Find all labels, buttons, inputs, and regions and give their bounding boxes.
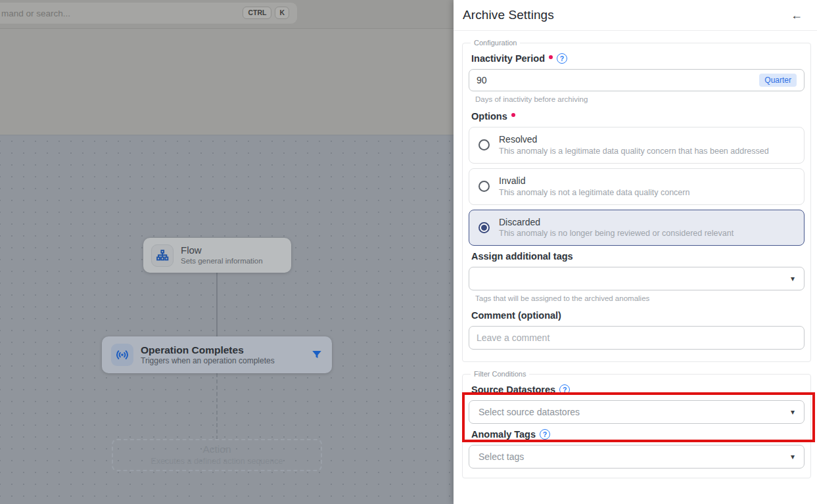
source-datastores-label-text: Source Datastores xyxy=(471,384,555,395)
option-desc: This anomaly is not a legitimate data qu… xyxy=(499,187,689,198)
radio-unselected-icon[interactable] xyxy=(479,181,490,192)
search-placeholder: mand or search... xyxy=(1,9,70,18)
options-label: Options xyxy=(471,111,805,122)
inactivity-period-helper: Days of inactivity before archiving xyxy=(475,95,805,103)
help-icon[interactable]: ? xyxy=(540,429,550,440)
caret-down-icon: ▾ xyxy=(791,408,795,416)
options-label-text: Options xyxy=(471,111,507,122)
radio-selected-icon[interactable] xyxy=(479,222,490,233)
action-node-subtitle: Executes a defined action sequence xyxy=(151,456,283,467)
operation-completes-node[interactable]: Operation Completes Triggers when an ope… xyxy=(102,336,332,373)
option-invalid[interactable]: Invalid This anomaly is not a legitimate… xyxy=(469,168,805,205)
option-resolved[interactable]: Resolved This anomaly is a legitimate da… xyxy=(469,127,805,164)
radio-unselected-icon[interactable] xyxy=(479,139,490,150)
inactivity-period-input[interactable]: 90 Quarter xyxy=(469,69,805,91)
panel-header: Archive Settings ← xyxy=(454,0,817,31)
source-datastores-select[interactable]: Select source datastores ▾ xyxy=(469,400,805,424)
configuration-section: Configuration Inactivity Period ? 90 Qua… xyxy=(462,39,811,362)
anomaly-tags-select[interactable]: Select tags ▾ xyxy=(469,445,805,469)
configuration-legend: Configuration xyxy=(471,39,520,47)
archive-settings-panel: Archive Settings ← Configuration Inactiv… xyxy=(454,0,817,504)
filter-conditions-section: Filter Conditions Source Datastores ? Se… xyxy=(462,370,811,478)
inactivity-period-value: 90 xyxy=(477,75,487,85)
action-placeholder-node[interactable]: Action Executes a defined action sequenc… xyxy=(112,439,322,471)
assign-tags-label-text: Assign additional tags xyxy=(471,251,573,262)
keyboard-shortcut-hint: CTRL K xyxy=(243,7,289,19)
top-command-bar: mand or search... CTRL K xyxy=(0,0,454,29)
quarter-badge[interactable]: Quarter xyxy=(759,74,797,87)
comment-label-text: Comment (optional) xyxy=(471,310,561,321)
comment-placeholder: Leave a comment xyxy=(477,332,549,343)
source-datastores-label: Source Datastores ? xyxy=(471,384,805,395)
panel-title: Archive Settings xyxy=(463,8,554,22)
operation-node-subtitle: Triggers when an operation completes xyxy=(141,356,275,367)
assign-tags-select[interactable]: ▾ xyxy=(469,267,805,290)
connector-flow-to-trigger xyxy=(216,273,218,337)
option-title: Invalid xyxy=(499,175,689,187)
inactivity-period-label-text: Inactivity Period xyxy=(471,53,545,64)
assign-tags-label: Assign additional tags xyxy=(471,251,805,262)
anomaly-tags-label: Anomaly Tags ? xyxy=(471,429,805,440)
operation-node-text: Operation Completes Triggers when an ope… xyxy=(141,344,275,367)
option-title: Discarded xyxy=(499,216,734,229)
option-desc: This anomaly is a legitimate data qualit… xyxy=(499,146,769,157)
option-discarded[interactable]: Discarded This anomaly is no longer bein… xyxy=(469,210,805,246)
command-search-input[interactable]: mand or search... CTRL K xyxy=(0,3,297,24)
ctrl-key-badge: CTRL xyxy=(243,7,271,19)
help-icon[interactable]: ? xyxy=(557,53,567,64)
inactivity-period-label: Inactivity Period ? xyxy=(471,53,805,64)
back-arrow-icon[interactable]: ← xyxy=(791,9,803,21)
operation-node-title: Operation Completes xyxy=(141,344,275,356)
caret-down-icon: ▾ xyxy=(791,275,795,283)
option-resolved-text: Resolved This anomaly is a legitimate da… xyxy=(499,133,769,157)
option-discarded-text: Discarded This anomaly is no longer bein… xyxy=(499,216,734,240)
option-invalid-text: Invalid This anomaly is not a legitimate… xyxy=(499,175,689,198)
flow-node-title: Flow xyxy=(181,244,263,257)
option-desc: This anomaly is no longer being reviewed… xyxy=(499,228,734,239)
anomaly-tags-placeholder: Select tags xyxy=(479,451,524,462)
assign-tags-helper: Tags that will be assigned to the archiv… xyxy=(475,294,805,302)
flow-node-text: Flow Sets general information xyxy=(181,244,263,267)
app-window: mand or search... CTRL K xyxy=(0,0,817,504)
flow-designer-workspace: mand or search... CTRL K xyxy=(0,0,454,504)
option-title: Resolved xyxy=(499,133,769,146)
filter-funnel-icon[interactable] xyxy=(311,349,323,361)
flow-node-subtitle: Sets general information xyxy=(181,256,263,266)
help-icon[interactable]: ? xyxy=(559,384,570,395)
flow-node[interactable]: Flow Sets general information xyxy=(143,238,291,273)
hierarchy-icon xyxy=(151,244,174,267)
required-dot xyxy=(511,113,515,117)
comment-label: Comment (optional) xyxy=(471,310,805,321)
anomaly-tags-label-text: Anomaly Tags xyxy=(471,429,536,440)
broadcast-icon xyxy=(111,344,133,366)
connector-trigger-to-action xyxy=(216,373,218,440)
comment-input[interactable]: Leave a comment xyxy=(469,326,805,350)
caret-down-icon: ▾ xyxy=(791,453,795,461)
action-node-title: Action xyxy=(202,443,231,456)
required-dot xyxy=(549,55,553,59)
source-datastores-placeholder: Select source datastores xyxy=(479,407,580,417)
filter-conditions-legend: Filter Conditions xyxy=(471,370,529,378)
k-key-badge: K xyxy=(275,7,289,19)
